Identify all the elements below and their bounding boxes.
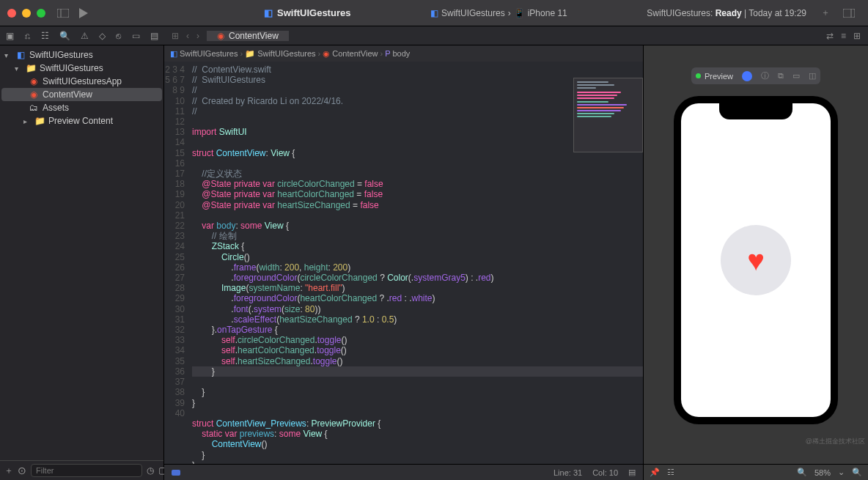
toolbar: ▣ ⎌ ☷ 🔍 ⚠ ◇ ⎋ ▭ ▤ ⊞ ‹ › ◉ ContentView ⇄ … bbox=[0, 26, 868, 45]
live-preview-button[interactable] bbox=[742, 71, 752, 81]
run-button[interactable] bbox=[75, 4, 92, 22]
add-editor-icon[interactable]: ⊞ bbox=[853, 31, 861, 41]
recent-icon[interactable]: ◷ bbox=[147, 465, 154, 476]
build-status: SwiftUIGestures: Ready | Today at 19:29 bbox=[647, 8, 806, 18]
sidebar-toggle-icon[interactable] bbox=[54, 4, 72, 22]
tree-file[interactable]: ◉SwiftUIGesturesApp bbox=[1, 75, 162, 88]
zoom-in-icon[interactable]: 🔍 bbox=[852, 468, 862, 477]
svg-rect-3 bbox=[843, 9, 855, 18]
zoom-dropdown-icon[interactable]: ⌄ bbox=[838, 468, 845, 477]
zoom-window[interactable] bbox=[37, 9, 45, 18]
simulator-screen[interactable]: ♥ bbox=[681, 103, 831, 417]
filter-scope-icon[interactable]: ⊙ bbox=[18, 465, 26, 476]
zoom-level[interactable]: 58% bbox=[814, 468, 831, 477]
heart-icon: ♥ bbox=[747, 244, 765, 277]
tree-folder[interactable]: ▾📁SwiftUIGestures bbox=[1, 62, 162, 75]
preview-inspect-icon[interactable]: ◫ bbox=[809, 71, 816, 81]
swift-icon: ◉ bbox=[217, 31, 224, 41]
plus-icon[interactable]: ＋ bbox=[817, 4, 834, 22]
preview-pane: Preview ⓘ ⧉ ▭ ◫ ♥ @稀土掘金技术社区 📌 ☷ bbox=[644, 45, 868, 480]
filter-input[interactable] bbox=[31, 464, 142, 477]
debug-icon[interactable]: ⎋ bbox=[116, 30, 122, 42]
pin-icon[interactable]: 📌 bbox=[650, 468, 660, 477]
col-indicator: Col: 10 bbox=[592, 468, 618, 477]
tree-root[interactable]: ▾◧SwiftUIGestures bbox=[1, 48, 162, 62]
editor-status-bar: Line: 31 Col: 10 ▤ bbox=[164, 464, 643, 480]
outline-icon[interactable]: ▤ bbox=[628, 468, 636, 477]
find-icon[interactable]: 🔍 bbox=[59, 30, 70, 42]
navigator-tabs: ▣ ⎌ ☷ 🔍 ⚠ ◇ ⎋ ▭ ▤ bbox=[0, 30, 164, 42]
watermark: @稀土掘金技术社区 bbox=[806, 437, 865, 446]
close-window[interactable] bbox=[7, 9, 16, 18]
titlebar: ◧ SwiftUIGestures ◧SwiftUIGestures › 📱iP… bbox=[0, 0, 868, 26]
preview-footer: 📌 ☷ 🔍 58% ⌄ 🔍 bbox=[644, 464, 868, 480]
zoom-out-icon[interactable]: 🔍 bbox=[797, 468, 807, 477]
reports-icon[interactable]: ▤ bbox=[150, 30, 158, 42]
scheme-selector[interactable]: ◧SwiftUIGestures › 📱iPhone 11 bbox=[350, 8, 647, 18]
related-items-icon[interactable]: ⊞ bbox=[172, 31, 179, 41]
app-title: ◧ SwiftUIGestures bbox=[264, 7, 350, 18]
adjust-editor-icon[interactable]: ≡ bbox=[841, 31, 846, 41]
reload-icon[interactable]: ⇄ bbox=[826, 31, 834, 41]
preview-label: Preview bbox=[705, 72, 733, 81]
tests-icon[interactable]: ◇ bbox=[99, 30, 106, 42]
add-icon[interactable]: ＋ bbox=[4, 465, 13, 477]
source-control-icon[interactable]: ⎌ bbox=[24, 30, 31, 42]
svg-rect-0 bbox=[57, 9, 69, 18]
tree-folder[interactable]: ▸📁Preview Content bbox=[1, 114, 162, 128]
back-icon[interactable]: ‹ bbox=[186, 31, 189, 41]
project-navigator-icon[interactable]: ▣ bbox=[6, 30, 14, 42]
scheme-name: SwiftUIGestures bbox=[441, 8, 505, 18]
library-icon[interactable] bbox=[840, 4, 858, 22]
minimap[interactable] bbox=[573, 78, 643, 152]
forward-icon[interactable]: › bbox=[196, 31, 199, 41]
svg-marker-2 bbox=[79, 8, 88, 18]
preview-device-icon[interactable]: ▭ bbox=[792, 71, 800, 81]
window-controls bbox=[7, 9, 45, 18]
project-navigator: ▾◧SwiftUIGestures ▾📁SwiftUIGestures ◉Swi… bbox=[0, 45, 164, 480]
simulator-frame: ♥ bbox=[674, 96, 838, 424]
code-editor[interactable]: 2 3 4 5 6 7 8 9 10 11 12 13 14 15 16 17 … bbox=[164, 62, 643, 464]
settings-icon[interactable]: ☷ bbox=[667, 468, 674, 477]
breakpoints-icon[interactable]: ▭ bbox=[132, 30, 140, 42]
app-name: SwiftUIGestures bbox=[277, 7, 350, 18]
tree-file-selected[interactable]: ◉ContentView bbox=[1, 88, 162, 101]
circle-view: ♥ bbox=[721, 225, 791, 295]
live-indicator bbox=[696, 73, 701, 78]
editor-tab[interactable]: ◉ ContentView bbox=[207, 31, 289, 41]
jump-bar[interactable]: ◧SwiftUIGestures› 📁SwiftUIGestures› ◉Con… bbox=[164, 45, 643, 62]
device-name: iPhone 11 bbox=[528, 8, 567, 18]
preview-info-icon[interactable]: ⓘ bbox=[761, 70, 769, 81]
minimize-window[interactable] bbox=[22, 9, 31, 18]
symbols-icon[interactable]: ☷ bbox=[41, 30, 49, 42]
preview-controls: Preview ⓘ ⧉ ▭ ◫ bbox=[691, 67, 820, 84]
issues-icon[interactable]: ⚠ bbox=[81, 30, 89, 42]
line-indicator: Line: 31 bbox=[553, 468, 582, 477]
preview-duplicate-icon[interactable]: ⧉ bbox=[778, 71, 784, 81]
debug-indicator[interactable] bbox=[172, 470, 180, 476]
tab-label: ContentView bbox=[229, 31, 279, 41]
tree-assets[interactable]: 🗂Assets bbox=[1, 101, 162, 114]
